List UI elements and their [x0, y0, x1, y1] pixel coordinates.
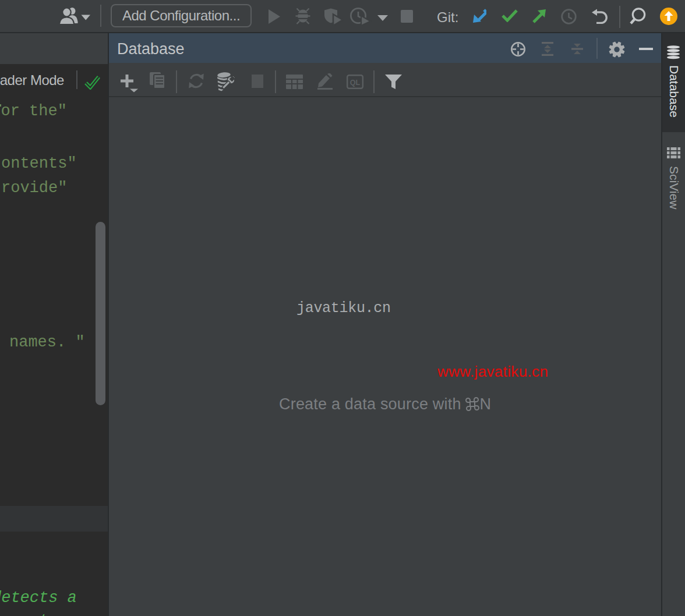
svg-text:QL: QL [350, 79, 361, 87]
